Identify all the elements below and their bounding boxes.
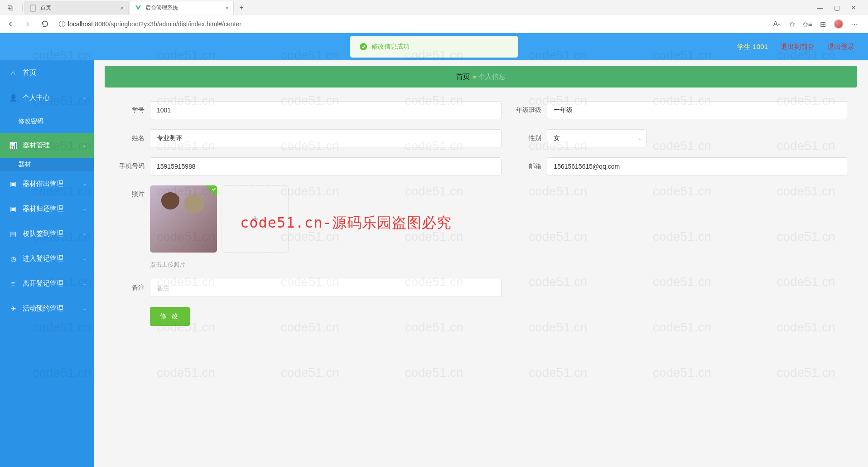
browser-tab[interactable]: 首页 × [24,1,129,15]
url-path: /springboot2yx3h/admin/dist/index.html#/… [109,20,241,28]
sidebar-item-equipment[interactable]: 📊 器材管理 ⌄ [0,133,94,158]
back-button[interactable] [4,17,17,31]
close-icon[interactable]: × [225,5,229,12]
chevron-down-icon: ⌄ [82,306,87,311]
student-id-label: 学号 [114,106,150,114]
address-bar: i localhost:8080/springboot2yx3h/admin/d… [0,15,868,33]
sidebar: ⌂ 首页 👤 个人中心 ⌄ 修改密码 📊 器材管理 ⌄ 器材 ▣ 器材借出管理 … [0,60,94,467]
address-bar-actions: A» ✩ ✩≡ ⊞ ⋯ [767,19,864,29]
sidebar-item-return[interactable]: ▣ 器材归还管理 ⌄ [0,196,94,221]
sidebar-item-label: 活动预约管理 [23,304,63,313]
grade-label: 年级班级 [511,106,547,114]
app-header: 修改信息成功 学生 1001 退出到前台 退出登录 [0,33,868,60]
sidebar-item-checkin[interactable]: ▤ 校队签到管理 ⌄ [0,221,94,246]
browser-tab-active[interactable]: 后台管理系统 × [130,1,234,15]
sidebar-item-borrow[interactable]: ▣ 器材借出管理 ⌄ [0,171,94,196]
breadcrumb: 首页 ››› 个人信息 [105,66,857,88]
more-icon[interactable]: ⋯ [850,19,859,29]
maximize-icon[interactable]: ▢ [834,4,840,11]
clock-icon: ◷ [9,255,17,263]
photo-thumbnail[interactable] [150,185,217,253]
chevron-down-icon: ⌄ [82,181,87,187]
box-icon: ▣ [9,180,17,188]
favorites-icon[interactable]: ✩≡ [803,19,812,29]
menu-icon: ≡ [9,280,17,287]
home-icon: ⌂ [9,69,17,77]
chevron-down-icon: ⌄ [82,281,87,287]
tab-bar: | 首页 × 后台管理系统 × + — ▢ ✕ [0,0,868,15]
sidebar-item-profile[interactable]: 👤 个人中心 ⌄ [0,85,94,110]
chevron-down-icon: ⌄ [82,95,87,101]
forward-button[interactable] [21,17,34,31]
vue-icon [135,5,142,12]
sidebar-item-label: 器材借出管理 [23,180,63,188]
chevron-down-icon: ⌄ [82,206,87,212]
sidebar-sub-label: 修改密码 [18,117,43,126]
close-window-icon[interactable]: ✕ [851,4,856,11]
photo-hint: 点击上传照片 [150,261,502,269]
info-icon[interactable]: i [59,21,65,27]
email-input[interactable] [547,157,848,175]
tab-title: 首页 [40,4,116,12]
profile-avatar[interactable] [834,19,844,29]
sidebar-sub-equipment[interactable]: 器材 [0,158,94,171]
check-icon: ▤ [9,230,17,238]
gender-select[interactable]: ⌄ [547,129,646,147]
collections-icon[interactable]: ⊞ [818,19,827,29]
sidebar-item-label: 进入登记管理 [23,254,63,263]
refresh-button[interactable] [38,17,52,31]
photo-add-button[interactable]: + [222,185,289,253]
browser-chrome: | 首页 × 后台管理系统 × + — ▢ ✕ i localhost:8080… [0,0,868,33]
photo-label: 照片 [114,185,150,198]
grade-input[interactable] [547,101,848,119]
tab-title: 后台管理系统 [145,4,222,12]
gender-label: 性别 [511,134,547,142]
sidebar-item-activity[interactable]: ✈ 活动预约管理 ⌄ [0,296,94,321]
logout-link[interactable]: 退出登录 [827,43,854,51]
name-input[interactable] [150,129,502,147]
breadcrumb-home[interactable]: 首页 [456,73,470,81]
profile-form: 学号 年级班级 姓名 性别 ⌄ [105,101,857,326]
svg-rect-2 [31,5,35,11]
toast-message: 修改信息成功 [371,43,410,51]
breadcrumb-current: 个人信息 [478,73,506,81]
remark-label: 备注 [114,284,150,292]
chart-icon: 📊 [9,141,17,150]
sidebar-item-label: 个人中心 [23,93,50,102]
content-area: 首页 ››› 个人信息 学号 年级班级 姓名 [94,60,868,467]
page-icon [29,5,37,12]
sidebar-item-leave[interactable]: ≡ 离开登记管理 ⌄ [0,271,94,296]
url-input[interactable]: i localhost:8080/springboot2yx3h/admin/d… [55,17,763,31]
close-icon[interactable]: × [120,5,124,12]
sidebar-item-label: 校队签到管理 [23,229,63,238]
sidebar-item-home[interactable]: ⌂ 首页 [0,60,94,85]
chevron-down-icon: ⌄ [637,135,642,141]
tab-overview-icon[interactable] [4,1,17,15]
chevron-down-icon: ⌄ [82,231,87,237]
phone-label: 手机号码 [114,162,150,170]
plane-icon: ✈ [9,305,17,313]
box-icon: ▣ [9,205,17,213]
exit-front-link[interactable]: 退出到前台 [781,43,815,51]
photo-success-badge [205,185,217,197]
sidebar-item-label: 器材归还管理 [23,204,63,213]
student-id-input[interactable] [150,101,502,119]
user-label[interactable]: 学生 1001 [737,43,768,51]
breadcrumb-sep-icon: ››› [473,73,476,80]
name-label: 姓名 [114,134,150,142]
star-icon[interactable]: ✩ [787,19,796,29]
minimize-icon[interactable]: — [817,4,823,11]
read-aloud-icon[interactable]: A» [772,19,781,29]
sidebar-item-label: 器材管理 [23,141,50,150]
new-tab-button[interactable]: + [235,1,248,15]
url-host: localhost [68,20,93,28]
sidebar-item-label: 首页 [23,68,36,77]
submit-button[interactable]: 修 改 [150,307,190,326]
phone-input[interactable] [150,157,502,175]
remark-input[interactable] [150,279,502,297]
email-label: 邮箱 [511,162,547,170]
sidebar-sub-change-password[interactable]: 修改密码 [0,110,94,133]
sidebar-item-enter[interactable]: ◷ 进入登记管理 ⌄ [0,246,94,271]
sidebar-item-label: 离开登记管理 [23,279,63,288]
gender-value[interactable] [547,129,646,147]
